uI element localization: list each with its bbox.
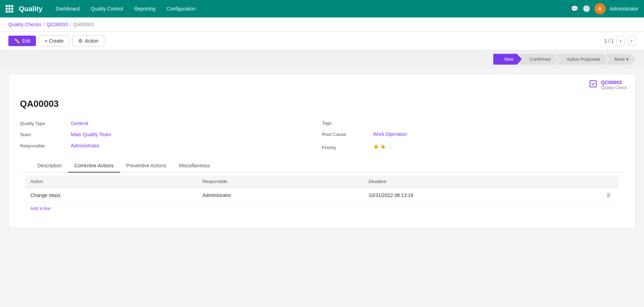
record-card: QC00003 Quality Check QA00003 Quality Ty… — [8, 74, 636, 228]
card-body: QA00003 Quality Type General Team Main Q… — [9, 93, 635, 228]
app-grid-icon[interactable] — [6, 5, 13, 13]
team-value[interactable]: Main Quality Team — [71, 132, 111, 137]
topnav-right: 💬 🕐 A Administrator — [571, 3, 638, 14]
status-confirmed[interactable]: Confirmed — [518, 54, 559, 65]
card-ref[interactable]: QC00003 Quality Check — [589, 80, 627, 90]
svg-rect-0 — [590, 81, 596, 87]
gear-icon: ⚙ — [78, 38, 83, 44]
field-priority: Priority ★ ★ ☆ — [322, 140, 624, 154]
tab-preventive-actions[interactable]: Preventive Actions — [120, 159, 173, 173]
toolbar: ✏️ Edit + Create ⚙ Action 1 / 1 ‹ › — [0, 32, 644, 50]
brand-name: Quality — [19, 5, 43, 13]
priority-stars[interactable]: ★ ★ ☆ — [373, 142, 393, 151]
field-tags: Tags — [322, 118, 624, 129]
star-1[interactable]: ★ — [373, 142, 379, 151]
field-root-cause: Root Cause Work Operation — [322, 129, 624, 140]
priority-label: Priority — [322, 145, 367, 150]
breadcrumb-sep-2: / — [70, 22, 71, 27]
avatar[interactable]: A — [594, 3, 606, 14]
breadcrumb: Quality Checks / QC00003 / QA00003 — [0, 17, 644, 32]
main-menu: Dashboard Quality Control Reporting Conf… — [51, 5, 571, 13]
card-ref-text: QC00003 Quality Check — [601, 80, 627, 90]
col-actions-btn — [599, 175, 619, 188]
menu-quality-control[interactable]: Quality Control — [86, 5, 128, 13]
star-2[interactable]: ★ — [380, 142, 386, 151]
actions-table: Action Responsible Deadline Change steps… — [25, 175, 619, 203]
table-row: Change steps Administrator 10/31/2022 08… — [25, 188, 619, 203]
pager-prev[interactable]: ‹ — [616, 36, 624, 46]
fields-grid: Quality Type General Team Main Quality T… — [20, 118, 624, 154]
add-line-button[interactable]: Add a line — [25, 203, 55, 214]
row-deadline: 10/31/2022 08:13:16 — [364, 188, 599, 203]
pencil-icon: ✏️ — [14, 38, 20, 44]
tabs: Description Corrective Actions Preventiv… — [20, 159, 624, 173]
responsible-value[interactable]: Administrator — [71, 143, 99, 148]
breadcrumb-qc00003[interactable]: QC00003 — [47, 22, 68, 27]
field-quality-type: Quality Type General — [20, 118, 322, 129]
breadcrumb-sep-1: / — [43, 22, 45, 27]
menu-dashboard[interactable]: Dashboard — [51, 5, 85, 13]
tab-corrective-actions[interactable]: Corrective Actions — [68, 159, 120, 173]
status-new[interactable]: New — [493, 54, 522, 65]
fields-right: Tags Root Cause Work Operation Priority … — [322, 118, 624, 154]
card-ref-id: QC00003 — [601, 80, 627, 85]
breadcrumb-quality-checks[interactable]: Quality Checks — [8, 22, 41, 27]
col-action: Action — [25, 175, 197, 188]
status-action-proposed[interactable]: Action Proposed — [555, 54, 608, 65]
edit-button[interactable]: ✏️ Edit — [8, 36, 36, 46]
delete-row-button[interactable]: 🗑 — [604, 191, 614, 199]
root-cause-label: Root Cause — [322, 132, 367, 137]
quality-check-icon — [589, 80, 597, 90]
star-3[interactable]: ☆ — [387, 142, 393, 151]
quality-type-value[interactable]: General — [71, 120, 88, 126]
record-title: QA00003 — [20, 98, 624, 109]
field-responsible: Responsible Administrator — [20, 140, 322, 151]
table-wrapper: Action Responsible Deadline Change steps… — [20, 175, 624, 219]
quality-type-label: Quality Type — [20, 121, 65, 126]
toolbar-right: 1 / 1 ‹ › — [604, 36, 636, 46]
create-button[interactable]: + Create — [39, 35, 69, 46]
col-responsible: Responsible — [197, 175, 364, 188]
row-action: Change steps — [25, 188, 197, 203]
row-delete-cell: 🗑 — [599, 188, 619, 203]
tab-description[interactable]: Description — [31, 159, 68, 173]
breadcrumb-qa00003: QA00003 — [73, 22, 94, 27]
topnav: Quality Dashboard Quality Control Report… — [0, 0, 644, 17]
card-header: QC00003 Quality Check — [9, 74, 635, 93]
col-deadline: Deadline — [364, 175, 599, 188]
card-ref-type: Quality Check — [601, 85, 627, 90]
action-button[interactable]: ⚙ Action — [72, 35, 104, 46]
chevron-down-icon: ▾ — [626, 57, 629, 62]
clock-icon[interactable]: 🕐 — [583, 5, 590, 13]
table-header: Action Responsible Deadline — [25, 175, 619, 188]
root-cause-value[interactable]: Work Operation — [373, 131, 407, 137]
menu-reporting[interactable]: Reporting — [129, 5, 160, 13]
pager-next[interactable]: › — [628, 36, 636, 46]
tab-miscellaneous[interactable]: Miscellaneous — [173, 159, 216, 173]
pager: 1 / 1 — [604, 38, 614, 44]
content: QC00003 Quality Check QA00003 Quality Ty… — [0, 68, 644, 234]
statusbar: New Confirmed Action Proposed More ▾ — [0, 50, 644, 68]
fields-left: Quality Type General Team Main Quality T… — [20, 118, 322, 154]
team-label: Team — [20, 132, 65, 137]
responsible-label: Responsible — [20, 143, 65, 148]
tags-label: Tags — [322, 120, 367, 126]
username: Administrator — [610, 6, 638, 12]
menu-configuration[interactable]: Configuration — [162, 5, 201, 13]
table-body: Change steps Administrator 10/31/2022 08… — [25, 188, 619, 203]
row-responsible: Administrator — [197, 188, 364, 203]
field-team: Team Main Quality Team — [20, 129, 322, 140]
status-more[interactable]: More ▾ — [605, 54, 636, 65]
chat-icon[interactable]: 💬 — [571, 5, 578, 13]
